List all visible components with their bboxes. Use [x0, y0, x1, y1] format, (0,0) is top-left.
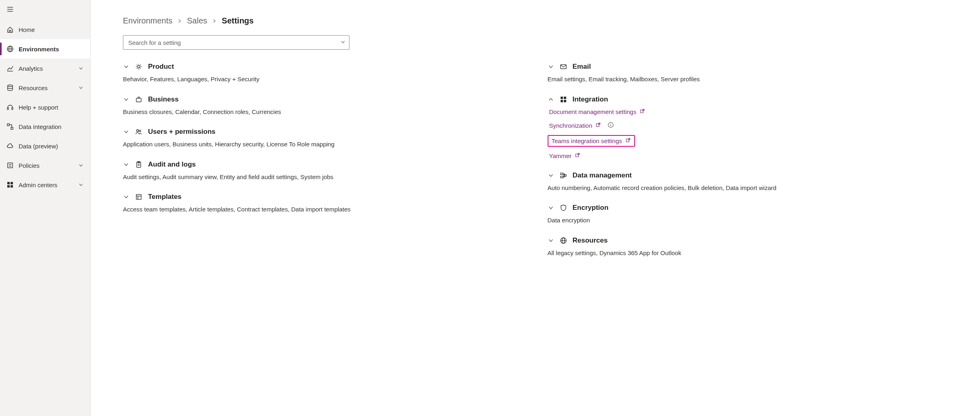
briefcase-icon: [135, 96, 142, 103]
chevron-right-icon: [177, 16, 182, 25]
chevron-down-icon: [123, 96, 129, 103]
group-title: Users + permissions: [148, 128, 216, 136]
settings-column: EmailEmail settings, Email tracking, Mai…: [548, 63, 956, 269]
group-header[interactable]: Product: [123, 63, 531, 71]
group-header[interactable]: Templates: [123, 193, 531, 201]
sidebar-item-label: Data (preview): [19, 143, 84, 150]
chevron-down-icon: [123, 129, 129, 135]
home-icon: [6, 26, 14, 33]
settings-group-product: ProductBehavior, Features, Languages, Pr…: [123, 63, 531, 84]
settings-group-res: ResourcesAll legacy settings, Dynamics 3…: [548, 237, 956, 258]
sidebar-item-admin[interactable]: Admin centers: [0, 175, 90, 194]
info-icon[interactable]: [607, 122, 614, 129]
breadcrumb-item[interactable]: Environments: [123, 16, 172, 25]
settings-link[interactable]: Yammer: [548, 152, 582, 160]
windows-icon: [560, 96, 567, 103]
settings-link[interactable]: Synchronization: [548, 121, 616, 130]
chevron-down-icon: [548, 205, 554, 211]
group-subtitle: Business closures, Calendar, Connection …: [123, 108, 531, 117]
group-title: Integration: [573, 95, 608, 103]
sidebar-item-policies[interactable]: Policies: [0, 156, 90, 175]
settings-group-audit: Audit and logsAudit settings, Audit summ…: [123, 160, 531, 182]
sidebar-item-label: Resources: [19, 84, 78, 91]
external-link-icon: [575, 152, 580, 159]
hamburger-icon: [6, 8, 14, 14]
globe-icon: [560, 237, 567, 244]
group-subtitle: All legacy settings, Dynamics 365 App fo…: [548, 249, 956, 258]
group-title: Data management: [573, 171, 632, 179]
settings-group-templates: TemplatesAccess team templates, Article …: [123, 193, 531, 214]
chevron-down-icon: [78, 85, 84, 91]
group-header[interactable]: Audit and logs: [123, 160, 531, 169]
group-subtitle: Auto numbering, Automatic record creatio…: [548, 184, 956, 193]
chevron-down-icon: [78, 65, 84, 71]
headset-icon: [6, 103, 14, 111]
chevron-down-icon: [123, 161, 129, 168]
group-header[interactable]: Encryption: [548, 204, 956, 212]
settings-link[interactable]: Document management settings: [548, 108, 647, 116]
gear-icon: [135, 63, 142, 70]
datamgmt-icon: [560, 172, 567, 179]
database-icon: [6, 84, 14, 91]
group-title: Product: [148, 63, 174, 71]
settings-group-email: EmailEmail settings, Email tracking, Mai…: [548, 63, 956, 84]
sidebar-item-label: Analytics: [19, 65, 78, 72]
sidebar-item-dataint[interactable]: Data integration: [0, 117, 90, 136]
chart-icon: [6, 65, 14, 72]
external-link-icon: [639, 108, 645, 115]
chevron-right-icon: [212, 16, 217, 25]
settings-link[interactable]: Teams integration settings: [548, 135, 635, 147]
template-icon: [135, 193, 142, 201]
group-title: Business: [148, 95, 179, 103]
breadcrumb-item[interactable]: Sales: [187, 16, 207, 25]
shield-icon: [560, 204, 567, 211]
group-header[interactable]: Email: [548, 63, 956, 71]
sidebar-item-resources[interactable]: Resources: [0, 78, 90, 97]
group-header[interactable]: Data management: [548, 171, 956, 179]
admin-icon: [6, 181, 14, 188]
sidebar-item-label: Home: [19, 26, 84, 33]
link-label: Teams integration settings: [552, 137, 622, 144]
group-title: Email: [573, 63, 591, 71]
dataflow-icon: [6, 123, 14, 130]
group-header[interactable]: Business: [123, 95, 531, 103]
link-label: Document management settings: [549, 108, 637, 115]
chevron-down-icon: [78, 163, 84, 168]
group-subtitle: Application users, Business units, Hiera…: [123, 140, 531, 149]
mail-icon: [560, 63, 567, 70]
sidebar-item-label: Policies: [19, 162, 78, 169]
sidebar-item-datapre[interactable]: Data (preview): [0, 136, 90, 156]
sidebar-item-analytics[interactable]: Analytics: [0, 59, 90, 78]
policy-icon: [6, 162, 14, 169]
group-title: Resources: [573, 237, 608, 245]
chevron-down-icon: [78, 182, 84, 188]
group-subtitle: Email settings, Email tracking, Mailboxe…: [548, 75, 956, 84]
sidebar-item-label: Data integration: [19, 123, 84, 130]
hamburger-button[interactable]: [0, 0, 90, 20]
chevron-down-icon: [548, 63, 554, 70]
sidebar-item-environments[interactable]: Environments: [0, 39, 90, 59]
group-links: Document management settingsSynchronizat…: [548, 108, 956, 160]
sidebar-item-label: Admin centers: [19, 182, 78, 188]
link-label: Synchronization: [549, 122, 593, 129]
group-subtitle: Access team templates, Article templates…: [123, 205, 531, 214]
external-link-icon: [625, 137, 631, 144]
group-subtitle: Behavior, Features, Languages, Privacy +…: [123, 75, 531, 84]
group-subtitle: Data encryption: [548, 216, 956, 225]
settings-group-business: BusinessBusiness closures, Calendar, Con…: [123, 95, 531, 117]
group-header[interactable]: Users + permissions: [123, 128, 531, 136]
group-header[interactable]: Integration: [548, 95, 956, 103]
chevron-down-icon: [123, 194, 129, 200]
sidebar-item-home[interactable]: Home: [0, 20, 90, 39]
sidebar-item-help[interactable]: Help + support: [0, 97, 90, 117]
chevron-down-icon: [548, 237, 554, 244]
search-input[interactable]: [123, 35, 349, 50]
settings-group-users: Users + permissionsApplication users, Bu…: [123, 128, 531, 149]
search-wrapper: [123, 35, 349, 50]
group-header[interactable]: Resources: [548, 237, 956, 245]
chevron-up-icon: [548, 96, 554, 103]
chevron-down-icon: [548, 172, 554, 179]
sidebar-item-label: Help + support: [19, 104, 84, 111]
clipboard-icon: [135, 161, 142, 168]
breadcrumb-item: Settings: [222, 16, 254, 25]
